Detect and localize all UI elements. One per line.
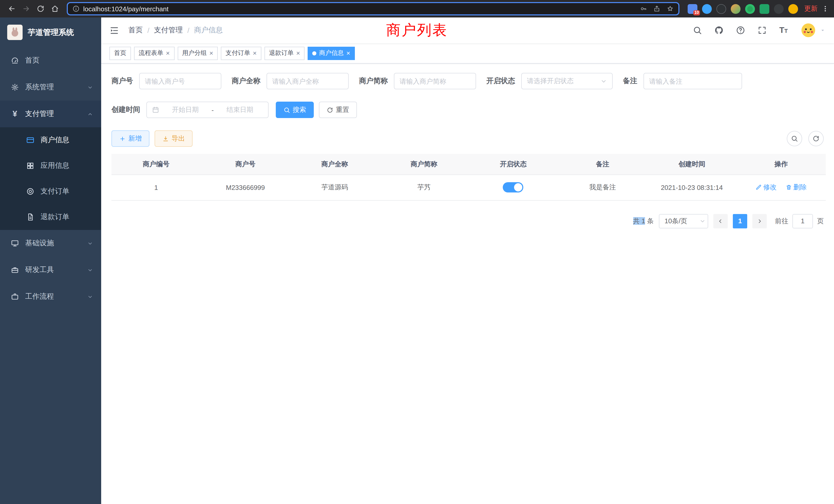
- user-avatar[interactable]: [800, 22, 816, 39]
- url-text[interactable]: localhost:1024/pay/merchant: [83, 5, 169, 13]
- logo[interactable]: 芋道管理系统: [0, 18, 101, 47]
- sidebar-item-system[interactable]: 系统管理: [0, 74, 101, 100]
- sidebar-item-label: 退款订单: [41, 212, 69, 222]
- browser-update-button[interactable]: 更新: [804, 4, 817, 13]
- sidebar-item-pay-order[interactable]: 支付订单: [0, 179, 101, 204]
- cell-short-name: 芋艿: [379, 175, 468, 200]
- tab-home[interactable]: 首页: [109, 46, 131, 60]
- sidebar-item-label: 工作流程: [25, 292, 54, 301]
- page-1-button[interactable]: 1: [733, 214, 747, 228]
- extension-green-square-icon[interactable]: [760, 4, 769, 14]
- tab-process-form[interactable]: 流程表单 ×: [134, 46, 174, 60]
- grid-icon: [26, 162, 35, 170]
- add-button[interactable]: 新增: [111, 130, 150, 147]
- merchant-no-input[interactable]: [139, 73, 221, 89]
- status-select[interactable]: 请选择开启状态: [521, 73, 613, 89]
- sidebar-item-workflow[interactable]: 工作流程: [0, 283, 101, 310]
- sidebar-item-home[interactable]: 首页: [0, 47, 101, 74]
- date-start-placeholder: 开始日期: [162, 105, 208, 114]
- pagination: 共 1 条 10条/页 1 前往 页: [111, 214, 826, 228]
- tab-pay-order[interactable]: 支付订单 ×: [221, 46, 261, 60]
- fullscreen-icon[interactable]: [758, 26, 767, 35]
- github-icon[interactable]: [715, 26, 724, 35]
- tab-merchant-info[interactable]: 商户信息 ×: [308, 46, 355, 60]
- extension-paw-icon[interactable]: [774, 4, 784, 14]
- search-icon[interactable]: [693, 26, 702, 35]
- browser-menu-icon[interactable]: [822, 5, 829, 13]
- search-button[interactable]: 搜索: [276, 101, 314, 118]
- close-icon[interactable]: ×: [253, 50, 257, 56]
- extension-dark-icon[interactable]: [717, 4, 726, 14]
- sidebar-item-merchant-info[interactable]: 商户信息: [0, 127, 101, 153]
- page-size-select[interactable]: 10条/页: [659, 214, 708, 228]
- tab-label: 流程表单: [139, 49, 163, 58]
- user-menu[interactable]: [800, 22, 826, 39]
- close-icon[interactable]: ×: [166, 50, 170, 56]
- sidebar-toggle-icon[interactable]: [109, 25, 119, 35]
- next-page-button[interactable]: [752, 214, 767, 228]
- prev-page-button[interactable]: [713, 214, 728, 228]
- col-create-time: 创建时间: [647, 154, 737, 175]
- pagination-total-suffix: 条: [647, 217, 654, 225]
- share-icon[interactable]: [653, 5, 660, 13]
- pagination-total: 共 1 条: [633, 216, 654, 226]
- browser-extensions: 10: [688, 4, 798, 14]
- chevron-down-icon: [600, 78, 607, 85]
- remark-input[interactable]: [643, 73, 742, 89]
- sidebar-item-refund-order[interactable]: 退款订单: [0, 204, 101, 230]
- address-bar[interactable]: localhost:1024/pay/merchant: [67, 2, 679, 16]
- full-name-input[interactable]: [266, 73, 349, 89]
- help-icon[interactable]: [736, 26, 745, 35]
- goto-page-input[interactable]: [792, 214, 813, 228]
- close-icon[interactable]: ×: [296, 50, 300, 56]
- extension-profile-icon[interactable]: [788, 4, 798, 14]
- table-toolbar: 新增 导出: [111, 130, 826, 147]
- field-label: 备注: [623, 76, 637, 86]
- sidebar-item-app-info[interactable]: 应用信息: [0, 153, 101, 179]
- create-time-range-picker[interactable]: 开始日期 - 结束日期: [146, 101, 269, 118]
- extensions-icon[interactable]: 10: [688, 4, 697, 14]
- chevron-down-icon: [699, 218, 706, 224]
- reset-button[interactable]: 重置: [319, 101, 357, 118]
- refresh-table-button[interactable]: [808, 131, 824, 146]
- page-header: 首页 / 支付管理 / 商户信息 TT: [101, 18, 834, 43]
- font-size-icon[interactable]: TT: [779, 26, 788, 35]
- sidebar-item-infrastructure[interactable]: 基础设施: [0, 230, 101, 257]
- add-button-label: 新增: [128, 134, 142, 143]
- browser-forward-button[interactable]: [20, 2, 33, 16]
- gear-icon: [10, 83, 20, 91]
- breadcrumb-home[interactable]: 首页: [128, 26, 143, 35]
- extension-drop-icon[interactable]: [702, 4, 712, 14]
- col-merchant-id: 商户编号: [111, 154, 201, 175]
- bookmark-star-icon[interactable]: [666, 5, 674, 13]
- tab-user-group[interactable]: 用户分组 ×: [177, 46, 218, 60]
- extension-green-circle-icon[interactable]: [745, 4, 755, 14]
- tab-label: 首页: [114, 49, 126, 58]
- browser-reload-button[interactable]: [34, 2, 47, 16]
- close-icon[interactable]: ×: [209, 50, 213, 56]
- content: 商户号 商户全称 商户简称 开启状态 请选择开启状态: [101, 64, 834, 504]
- close-icon[interactable]: ×: [346, 50, 350, 56]
- browser-back-button[interactable]: [5, 2, 19, 16]
- sidebar-item-payment[interactable]: ¥ 支付管理: [0, 100, 101, 127]
- status-toggle[interactable]: [503, 182, 524, 192]
- show-search-toggle-button[interactable]: [787, 131, 802, 146]
- export-button[interactable]: 导出: [155, 130, 193, 147]
- breadcrumb-payment[interactable]: 支付管理: [154, 26, 183, 35]
- delete-link[interactable]: 删除: [786, 183, 807, 192]
- goto-group: 前往 页: [775, 214, 824, 228]
- cell-merchant-no: M233666999: [201, 175, 290, 200]
- site-info-icon[interactable]: [72, 5, 80, 13]
- password-key-icon[interactable]: [640, 5, 647, 13]
- edit-link[interactable]: 修改: [756, 183, 777, 192]
- field-label: 商户简称: [359, 76, 388, 86]
- select-placeholder: 请选择开启状态: [527, 76, 574, 86]
- chevron-down-icon: [87, 294, 93, 300]
- short-name-input[interactable]: [394, 73, 476, 89]
- browser-home-button[interactable]: [48, 2, 62, 16]
- field-label: 创建时间: [111, 105, 140, 114]
- sidebar-item-dev-tools[interactable]: 研发工具: [0, 257, 101, 283]
- tab-refund-order[interactable]: 退款订单 ×: [264, 46, 305, 60]
- breadcrumb-current: 商户信息: [194, 26, 223, 35]
- extension-avatar-icon[interactable]: [731, 4, 741, 14]
